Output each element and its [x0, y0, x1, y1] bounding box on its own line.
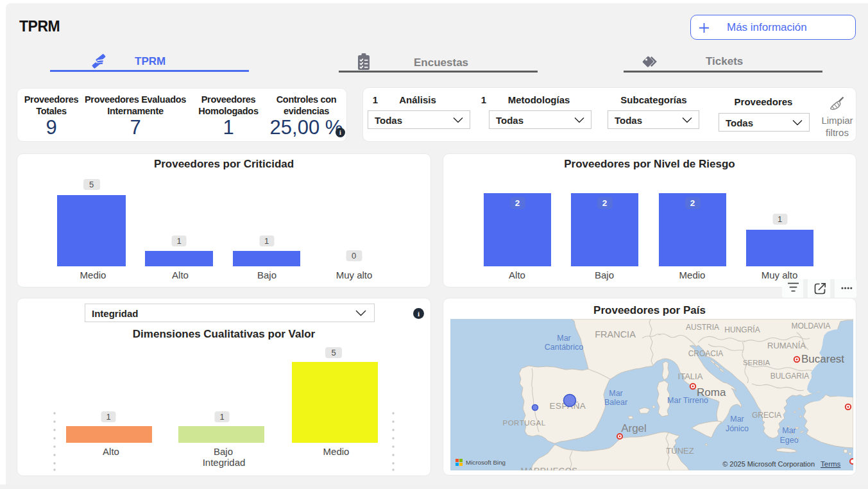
svg-text:Cantábrico: Cantábrico	[545, 343, 583, 352]
svg-text:Balear: Balear	[604, 398, 627, 407]
svg-text:SERBIA: SERBIA	[743, 359, 770, 366]
svg-text:Mar: Mar	[782, 426, 796, 435]
svg-text:BULGARIA: BULGARIA	[770, 372, 810, 381]
svg-text:Mar: Mar	[557, 334, 571, 343]
svg-text:RUMANÍA: RUMANÍA	[767, 341, 806, 350]
svg-text:TÚNEZ: TÚNEZ	[666, 446, 694, 456]
svg-text:© 2025 Microsoft Corporation: © 2025 Microsoft Corporation	[722, 460, 815, 468]
svg-text:GRECIA: GRECIA	[752, 411, 781, 420]
svg-text:Bucarest: Bucarest	[801, 353, 844, 365]
svg-text:Microsoft Bing: Microsoft Bing	[466, 459, 506, 466]
svg-text:PORTUGAL: PORTUGAL	[502, 419, 545, 427]
svg-text:Egeo: Egeo	[779, 436, 798, 445]
svg-text:Terms: Terms	[821, 460, 841, 468]
svg-text:ITALIA: ITALIA	[678, 372, 703, 381]
svg-text:MOLDAVIA: MOLDAVIA	[791, 322, 830, 330]
svg-text:CROACIA: CROACIA	[688, 349, 724, 358]
svg-text:Argel: Argel	[621, 422, 647, 434]
svg-text:HUNGRÍA: HUNGRÍA	[724, 325, 760, 334]
svg-text:Roma: Roma	[697, 386, 726, 399]
svg-text:i: i	[339, 129, 341, 136]
svg-text:Jónico: Jónico	[726, 424, 749, 433]
svg-text:Mar: Mar	[609, 389, 623, 398]
svg-text:MARRUECOS: MARRUECOS	[520, 466, 577, 470]
svg-text:AUSTRIA: AUSTRIA	[686, 323, 719, 332]
svg-text:i: i	[418, 310, 420, 318]
svg-text:Mar: Mar	[730, 415, 744, 424]
svg-text:FRANCIA: FRANCIA	[595, 329, 636, 339]
